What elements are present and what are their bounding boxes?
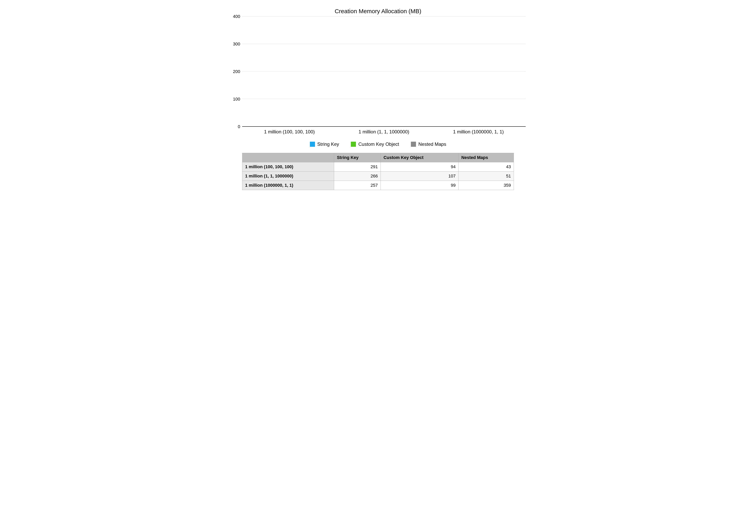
table-row-header: 1 million (1000000, 1, 1) <box>242 181 334 190</box>
table-row: 1 million (1, 1, 1000000) 266 107 51 <box>242 171 514 181</box>
table-cell: 359 <box>459 181 514 190</box>
table-cell: 107 <box>381 171 459 181</box>
x-tick-label: 1 million (1000000, 1, 1) <box>431 129 526 135</box>
y-tick: 100 <box>233 97 240 102</box>
table-row-header: 1 million (1, 1, 1000000) <box>242 171 334 181</box>
chart-title: Creation Memory Allocation (MB) <box>230 8 526 14</box>
legend-label: Custom Key Object <box>358 141 399 147</box>
table-cell: 51 <box>459 171 514 181</box>
table-cell: 94 <box>381 162 459 171</box>
y-axis: 400 300 200 100 0 <box>230 16 242 127</box>
legend-label: Nested Maps <box>418 141 446 147</box>
table-row-header: 1 million (100, 100, 100) <box>242 162 334 171</box>
x-tick-label: 1 million (100, 100, 100) <box>242 129 337 135</box>
y-tick: 0 <box>238 124 240 129</box>
table-row: 1 million (1000000, 1, 1) 257 99 359 <box>242 181 514 190</box>
table-cell: 43 <box>459 162 514 171</box>
x-axis-labels: 1 million (100, 100, 100) 1 million (1, … <box>242 129 526 135</box>
table-col-header: Custom Key Object <box>381 153 459 162</box>
legend-swatch <box>310 142 315 147</box>
plot-area: 400 300 200 100 0 <box>230 16 526 127</box>
table-col-header: Nested Maps <box>459 153 514 162</box>
legend-item-string-key: String Key <box>310 141 339 147</box>
legend-item-nested-maps: Nested Maps <box>411 141 446 147</box>
table-cell: 291 <box>334 162 381 171</box>
bar-groups <box>242 16 526 126</box>
plot <box>242 16 526 127</box>
legend-label: String Key <box>317 141 339 147</box>
x-tick-label: 1 million (1, 1, 1000000) <box>337 129 431 135</box>
y-tick: 400 <box>233 14 240 19</box>
y-tick: 200 <box>233 69 240 74</box>
legend-item-custom-key-object: Custom Key Object <box>351 141 399 147</box>
table-cell: 257 <box>334 181 381 190</box>
y-tick: 300 <box>233 41 240 47</box>
chart-container: Creation Memory Allocation (MB) 400 300 … <box>230 8 526 190</box>
table-cell: 99 <box>381 181 459 190</box>
legend-swatch <box>411 142 416 147</box>
table-corner-cell <box>242 153 334 162</box>
table-row: 1 million (100, 100, 100) 291 94 43 <box>242 162 514 171</box>
legend: String Key Custom Key Object Nested Maps <box>230 141 526 147</box>
table-col-header: String Key <box>334 153 381 162</box>
table-cell: 266 <box>334 171 381 181</box>
legend-swatch <box>351 142 356 147</box>
table-header-row: String Key Custom Key Object Nested Maps <box>242 153 514 162</box>
data-table: String Key Custom Key Object Nested Maps… <box>242 153 514 190</box>
